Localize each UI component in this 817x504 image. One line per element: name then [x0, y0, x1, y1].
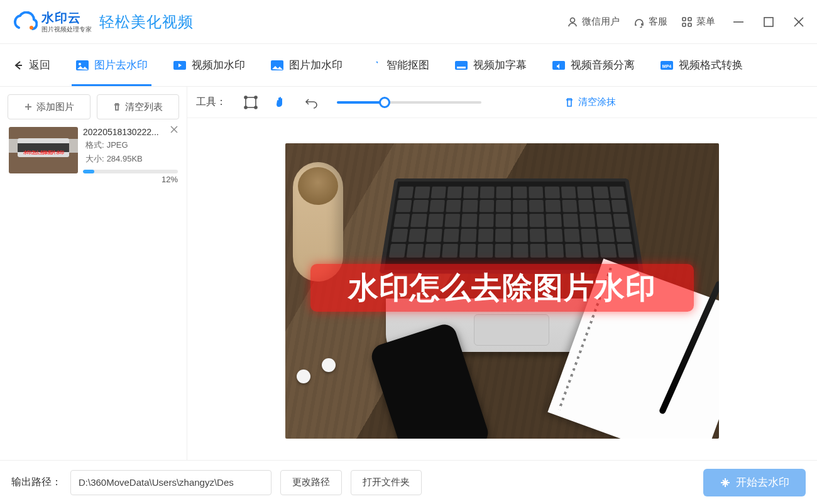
watermark-overlay[interactable]: 水印怎么去除图片水印 — [310, 264, 694, 312]
remove-item-button[interactable] — [169, 124, 179, 134]
output-path-input[interactable] — [70, 470, 271, 495]
tab-label: 智能抠图 — [387, 58, 429, 72]
tab-label: 视频加字幕 — [473, 58, 527, 72]
svg-point-25 — [255, 96, 257, 99]
preview-image[interactable]: 水印怎么去除图片水印 — [285, 143, 719, 439]
brand-name: 水印云 — [41, 11, 81, 25]
canvas-area: 工具： 清空涂抹 — [187, 87, 817, 460]
progress-percent: 12% — [83, 175, 178, 184]
clear-list-label: 清空列表 — [125, 101, 163, 113]
minimize-button[interactable] — [732, 15, 745, 29]
menu-label: 菜单 — [696, 16, 715, 28]
trash-icon — [112, 102, 121, 111]
svg-point-0 — [30, 26, 33, 30]
cloud-logo-icon — [11, 11, 38, 33]
filename: 20220518130222... — [83, 127, 178, 137]
tab-video-convert[interactable]: MP4 视频格式转换 — [660, 44, 743, 86]
svg-point-11 — [79, 63, 81, 65]
audio-icon — [552, 59, 566, 72]
tab-bar: 返回 图片去水印 视频加水印 图片加水印 智能抠图 视频加字幕 视频音频分离 M… — [0, 44, 817, 87]
svg-text:MP4: MP4 — [662, 64, 672, 68]
svg-rect-4 — [683, 23, 686, 26]
sidebar: 添加图片 清空列表 水印怎么去除图片水印 20220518130222... 格… — [0, 87, 187, 460]
undo-tool[interactable] — [303, 94, 319, 111]
tools-label: 工具： — [196, 96, 226, 109]
app-logo: 水印云 图片视频处理专家 — [11, 9, 92, 34]
subtitle-icon — [454, 59, 468, 72]
wechat-user-button[interactable]: 微信用户 — [567, 16, 620, 28]
sparkle-icon — [720, 477, 731, 488]
size-row: 大小:284.95KB — [83, 153, 178, 165]
open-folder-button[interactable]: 打开文件夹 — [351, 470, 422, 495]
brush-size-slider[interactable] — [337, 101, 481, 104]
svg-rect-5 — [688, 23, 691, 26]
support-label: 客服 — [649, 16, 667, 28]
tab-label: 图片加水印 — [289, 58, 343, 72]
hand-brush-icon — [274, 96, 288, 109]
plus-icon — [24, 102, 33, 111]
brush-tool[interactable] — [273, 94, 289, 111]
svg-point-24 — [244, 96, 247, 99]
tab-video-subtitle[interactable]: 视频加字幕 — [454, 44, 527, 86]
undo-icon — [304, 96, 318, 109]
svg-rect-23 — [246, 97, 256, 107]
output-path-label: 输出路径： — [11, 476, 62, 489]
earbuds — [293, 353, 381, 391]
maximize-button[interactable] — [762, 15, 776, 29]
svg-point-1 — [571, 18, 575, 22]
clear-brush-label: 清空涂抹 — [578, 96, 616, 108]
video-icon — [173, 59, 187, 72]
tab-label: 视频格式转换 — [679, 58, 743, 72]
thumbnail-watermark-text: 水印怎么去除图片水印 — [10, 150, 77, 156]
back-label: 返回 — [29, 58, 50, 72]
tab-label: 视频音频分离 — [571, 58, 635, 72]
format-row: 格式:JPEG — [83, 140, 178, 151]
title-bar: 水印云 图片视频处理专家 轻松美化视频 微信用户 客服 菜单 — [0, 0, 817, 44]
wechat-user-label: 微信用户 — [582, 16, 620, 28]
toolbar: 工具： 清空涂抹 — [187, 87, 817, 118]
tab-smart-cutout[interactable]: 智能抠图 — [368, 44, 429, 86]
close-button[interactable] — [792, 15, 806, 29]
stage: 水印怎么去除图片水印 — [187, 118, 817, 460]
rect-select-icon — [244, 96, 258, 109]
tab-label: 图片去水印 — [94, 58, 148, 72]
svg-rect-15 — [457, 67, 466, 68]
tab-image-add-watermark[interactable]: 图片加水印 — [270, 44, 343, 86]
tab-audio-separate[interactable]: 视频音频分离 — [552, 44, 635, 86]
svg-rect-3 — [688, 18, 691, 21]
menu-button[interactable]: 菜单 — [681, 16, 715, 28]
magic-icon — [368, 59, 381, 72]
image-icon — [75, 59, 89, 72]
list-item[interactable]: 水印怎么去除图片水印 20220518130222... 格式:JPEG 大小:… — [8, 126, 179, 185]
svg-rect-7 — [764, 18, 773, 26]
start-button[interactable]: 开始去水印 — [703, 469, 806, 496]
svg-point-26 — [244, 106, 247, 109]
headset-icon — [633, 16, 645, 28]
svg-point-27 — [255, 106, 257, 109]
image-plus-icon — [270, 59, 284, 72]
progress-bar — [83, 170, 178, 173]
support-button[interactable]: 客服 — [633, 16, 667, 28]
slogan: 轻松美化视频 — [99, 12, 194, 32]
clear-list-button[interactable]: 清空列表 — [97, 94, 180, 119]
tab-label: 视频加水印 — [192, 58, 245, 72]
mp4-icon: MP4 — [660, 59, 674, 72]
clear-brush-button[interactable]: 清空涂抹 — [564, 96, 616, 108]
trash-icon — [564, 97, 574, 107]
thumbnail: 水印怎么去除图片水印 — [9, 127, 78, 173]
change-path-button[interactable]: 更改路径 — [280, 470, 342, 495]
grid-icon — [681, 16, 693, 28]
footer: 输出路径： 更改路径 打开文件夹 开始去水印 — [0, 460, 817, 504]
user-icon — [567, 16, 578, 28]
arrow-left-icon — [11, 59, 24, 72]
svg-rect-2 — [683, 18, 686, 21]
rect-select-tool[interactable] — [243, 94, 259, 111]
add-image-label: 添加图片 — [36, 101, 74, 113]
tab-video-add-watermark[interactable]: 视频加水印 — [173, 44, 245, 86]
start-label: 开始去水印 — [736, 475, 789, 490]
brand-subtitle: 图片视频处理专家 — [41, 25, 92, 34]
back-button[interactable]: 返回 — [11, 58, 50, 72]
add-image-button[interactable]: 添加图片 — [8, 94, 90, 119]
tab-image-remove-watermark[interactable]: 图片去水印 — [75, 44, 148, 86]
